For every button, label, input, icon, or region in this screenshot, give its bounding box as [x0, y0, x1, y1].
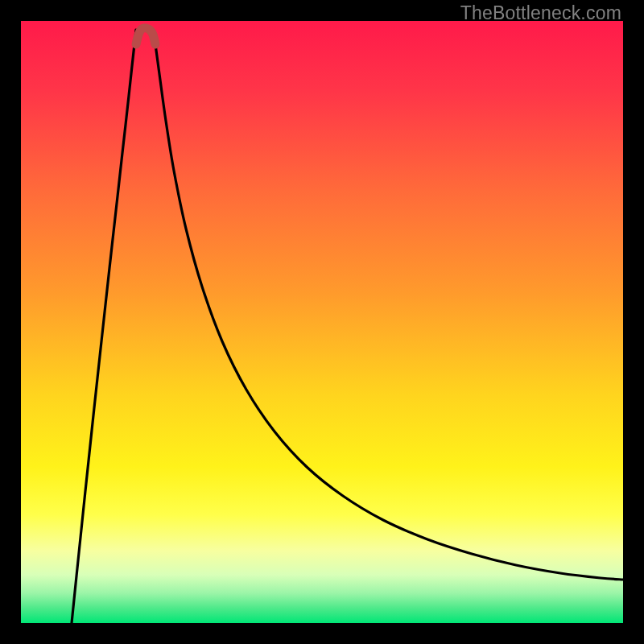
bottleneck-chart — [21, 21, 623, 623]
chart-frame — [21, 21, 623, 623]
watermark-text: TheBottleneck.com — [460, 2, 621, 24]
gradient-background — [21, 21, 623, 623]
